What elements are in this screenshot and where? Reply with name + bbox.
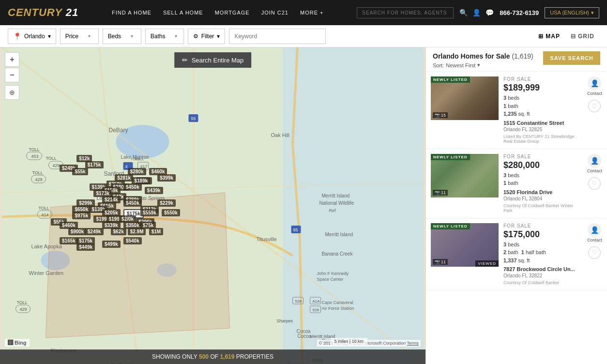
filter-bar: 📍 Orlando ▾ Price ▾ Beds ▾ Baths ▾ ⚙ Fil… <box>0 25 607 47</box>
svg-text:Merritt Island: Merritt Island <box>322 193 350 198</box>
filter-button[interactable]: ⚙ Filter ▾ <box>188 29 226 44</box>
price-pin-p13[interactable]: $450k <box>123 183 142 191</box>
favorite-button-1[interactable]: ♡ <box>588 100 601 112</box>
logo[interactable]: CENTURY 21 <box>8 6 78 19</box>
price-pin-p31[interactable]: $550k <box>162 209 180 216</box>
location-dropdown[interactable]: 📍 Orlando ▾ <box>8 29 56 44</box>
listing-agent-3: Courtesy Of Coldwell Banker <box>503 280 582 285</box>
contact-button-3[interactable]: 👤 Contact <box>587 223 602 243</box>
chat-icon[interactable]: 💬 <box>486 9 494 16</box>
nav-join-c21[interactable]: JOIN C21 <box>261 10 288 15</box>
price-pin-p47[interactable]: $165k <box>60 237 78 244</box>
price-pin-p46[interactable]: $1M <box>149 228 163 235</box>
listing-card-1[interactable]: NEWLY LISTED 📷15 FOR SALE $189,999 3 bed… <box>426 72 607 149</box>
price-pin-p18[interactable]: $439k <box>145 187 163 194</box>
zoom-in-button[interactable]: + <box>5 52 19 67</box>
price-pin-p44[interactable]: $62k <box>111 228 126 235</box>
map-view-button[interactable]: ⊞ MAP <box>533 30 565 42</box>
sort-value: Newest First <box>446 62 475 68</box>
price-pin-p42[interactable]: $900k <box>68 228 87 235</box>
svg-text:429: 429 <box>35 177 43 182</box>
svg-text:Air Force Station: Air Force Station <box>322 306 354 311</box>
location-chevron-icon: ▾ <box>48 33 51 40</box>
price-pin-p23[interactable]: $229k <box>157 199 176 207</box>
baths-dropdown[interactable]: Baths ▾ <box>145 29 184 44</box>
svg-text:TOLL: TOLL <box>131 157 140 161</box>
map-controls: + − ⊕ <box>5 52 19 100</box>
svg-text:4: 4 <box>125 164 128 169</box>
map-bottom-bar: SHOWING ONLY 500 OF 1,619 PROPERTIES <box>0 349 425 364</box>
price-pin-p4[interactable]: $175k <box>85 161 104 168</box>
grid-view-button[interactable]: ⊟ GRID <box>566 30 599 42</box>
sort-dropdown[interactable]: Sort: Newest First ▾ <box>433 62 543 68</box>
listing-image-1: NEWLY LISTED 📷15 <box>431 76 499 120</box>
map-background: DeBary Lake Monroe Sanford Winter Spring… <box>0 47 425 364</box>
price-pin-p30[interactable]: $559k <box>140 209 159 216</box>
nav-sell-home[interactable]: SELL A HOME <box>163 10 203 15</box>
terms-link[interactable]: Terms <box>407 341 419 346</box>
listing-info-2: FOR SALE $280,000 3 beds 1 bath 1520 Flo… <box>503 154 582 213</box>
svg-text:Merritt Island: Merritt Island <box>325 232 353 237</box>
zoom-out-button[interactable]: − <box>5 68 19 82</box>
price-pin-p32[interactable]: $975k <box>72 212 91 219</box>
svg-text:Titusville: Titusville <box>257 236 277 242</box>
listing-status-1: FOR SALE <box>503 76 582 82</box>
svg-text:414: 414 <box>42 212 49 217</box>
svg-text:429: 429 <box>20 307 27 312</box>
listing-card-3[interactable]: NEWLY LISTED 📷11 VIEWED FOR SALE $175,00… <box>426 218 607 291</box>
contact-button-2[interactable]: 👤 Contact <box>587 154 602 173</box>
price-pin-p51[interactable]: $449k <box>76 243 95 251</box>
global-search-input[interactable] <box>357 7 454 18</box>
my-location-button[interactable]: ⊕ <box>5 85 19 100</box>
svg-text:John F Kennedy: John F Kennedy <box>317 271 349 276</box>
contact-button-1[interactable]: 👤 Contact <box>587 76 602 96</box>
nav-mortgage[interactable]: MORTGAGE <box>215 10 250 15</box>
nav-find-home[interactable]: FIND A HOME <box>112 10 152 15</box>
nav-links: FIND A HOME SELL A HOME MORTGAGE JOIN C2… <box>112 10 323 15</box>
bing-logo: 🅱 Bing <box>5 339 30 347</box>
listing-address-1: 1515 Constantine Street <box>503 120 582 126</box>
grid-icon: ⊟ <box>571 33 576 40</box>
showing-count: 500 <box>199 353 209 360</box>
viewed-label-3: VIEWED <box>475 260 499 267</box>
listing-card-2[interactable]: NEWLY LISTED 📷11 FOR SALE $280,000 3 bed… <box>426 149 607 218</box>
account-icon[interactable]: 👤 <box>472 9 481 16</box>
svg-text:55: 55 <box>191 116 196 121</box>
price-pin-p2[interactable]: $55k <box>72 168 88 175</box>
filter-label: Filter <box>201 33 214 40</box>
save-search-button[interactable]: SAVE SEARCH <box>543 51 600 65</box>
beds-dropdown[interactable]: Beds ▾ <box>103 29 141 44</box>
nav-icons: 🔍 👤 💬 <box>459 9 494 16</box>
price-pin-p43[interactable]: $249k <box>85 228 104 235</box>
svg-text:Ref: Ref <box>329 208 336 213</box>
price-pin-p9[interactable]: $399k <box>157 174 176 182</box>
price-pin-p45[interactable]: $2.9M <box>128 228 146 235</box>
nav-more[interactable]: MORE + <box>300 10 323 15</box>
listing-actions-1: 👤 Contact ♡ <box>587 76 602 144</box>
location-icon: 📍 <box>13 32 21 40</box>
map-section[interactable]: DeBary Lake Monroe Sanford Winter Spring… <box>0 47 425 364</box>
keyword-input[interactable] <box>229 29 326 44</box>
listings-header: SAVE SEARCH Orlando Homes for Sale (1,61… <box>426 47 607 72</box>
baths-chevron-icon: ▾ <box>175 33 177 39</box>
language-button[interactable]: USA (ENGLISH) ▾ <box>545 7 599 18</box>
svg-text:Cocoa: Cocoa <box>297 329 311 334</box>
price-pin-p15[interactable]: $189k <box>132 177 150 184</box>
search-icon[interactable]: 🔍 <box>459 9 468 16</box>
listing-badge-1: NEWLY LISTED <box>431 76 470 83</box>
price-pin-p50[interactable]: $499k <box>102 241 121 248</box>
listing-address-3: 7827 Brockwood Circle Un... <box>503 266 582 272</box>
price-dropdown[interactable]: Price ▾ <box>60 29 99 44</box>
listing-agent-2: Courtesy Of Coldwell Banker Winter Park <box>503 203 582 213</box>
pencil-icon: ✏ <box>182 56 188 64</box>
price-pin-p6[interactable]: $280k <box>128 168 146 175</box>
svg-text:Cape Canaveral: Cape Canaveral <box>322 300 353 305</box>
favorite-button-2[interactable]: ♡ <box>588 177 601 190</box>
favorite-button-3[interactable]: ♡ <box>588 246 601 259</box>
listing-price-1: $189,999 <box>503 83 582 93</box>
chevron-down-icon: ▾ <box>591 10 594 16</box>
listing-agent-1: Listed By CENTURY 21 Stonebridge Real Es… <box>503 134 582 144</box>
price-pin-p49[interactable]: $540k <box>123 237 142 244</box>
price-pin-p22[interactable]: $450k <box>123 199 142 207</box>
search-entire-map-button[interactable]: ✏ Search Entire Map <box>174 52 252 68</box>
